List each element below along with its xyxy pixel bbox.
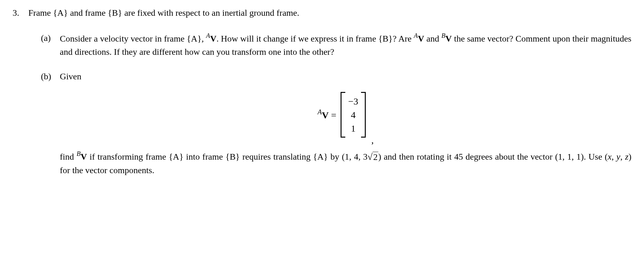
subpart-b: (b) Given AV = −3 4 1 , — [41, 70, 631, 177]
equals-sign: = — [329, 110, 336, 120]
subpart-a: (a) Consider a velocity vector in frame … — [41, 31, 631, 59]
text: , — [620, 152, 625, 162]
problem-statement: Frame {A} and frame {B} are fixed with r… — [28, 6, 631, 20]
subpart-a-content: Consider a velocity vector in frame {A},… — [60, 31, 631, 59]
given-text: Given — [60, 70, 631, 83]
problem-number: 3. — [13, 6, 28, 20]
subparts: (a) Consider a velocity vector in frame … — [28, 31, 631, 177]
superscript-A: A — [318, 108, 322, 116]
subpart-b-body: find BV if transforming frame {A} into f… — [60, 150, 631, 177]
equation-AV: AV = −3 4 1 , — [60, 92, 631, 138]
text: Consider a velocity vector in frame {A}, — [60, 34, 206, 43]
vector-V: V — [210, 34, 216, 43]
superscript-A: A — [414, 32, 418, 39]
text: and — [424, 34, 442, 43]
problem-3: 3. Frame {A} and frame {B} are fixed wit… — [13, 6, 631, 188]
text: find — [60, 152, 76, 162]
subpart-b-label: (b) — [41, 70, 60, 83]
sqrt-icon: 2 — [368, 150, 378, 164]
matrix-row-3: 1 — [346, 122, 360, 135]
matrix-row-1: −3 — [346, 94, 360, 108]
column-vector: −3 4 1 — [341, 92, 366, 138]
vector-V: V — [418, 34, 424, 43]
problem-body: Frame {A} and frame {B} are fixed with r… — [28, 6, 631, 188]
superscript-A: A — [206, 32, 210, 39]
matrix-row-2: 4 — [346, 108, 360, 122]
vector-V: V — [445, 34, 452, 43]
var-x: x — [608, 152, 612, 162]
vector-V: V — [322, 110, 329, 120]
text: . How will it change if we express it in… — [217, 34, 414, 43]
subpart-b-content: Given AV = −3 4 1 , find BV if t — [60, 70, 631, 177]
text: ) and then rotating it 45 degrees about … — [378, 152, 608, 162]
superscript-B: B — [76, 150, 81, 157]
sqrt-value: 2 — [373, 152, 378, 162]
superscript-B: B — [441, 32, 445, 39]
text: , — [612, 152, 616, 162]
comma: , — [371, 133, 374, 147]
text: if transforming frame {A} into frame {B}… — [87, 152, 367, 162]
vector-V: V — [81, 152, 87, 162]
subpart-a-label: (a) — [41, 31, 60, 45]
var-y: y — [616, 152, 620, 162]
var-z: z — [625, 152, 629, 162]
